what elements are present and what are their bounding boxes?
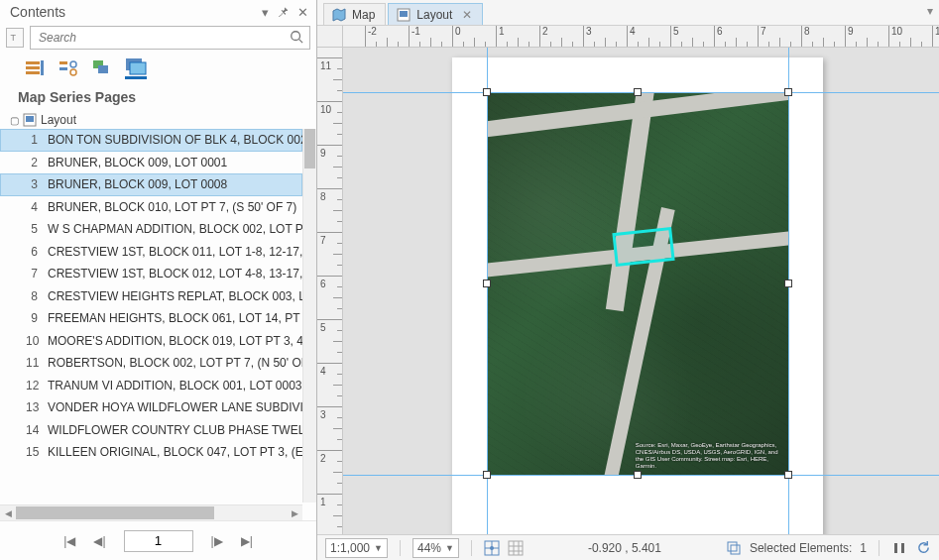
- next-page-button[interactable]: |▶: [211, 534, 223, 548]
- svg-point-10: [70, 69, 76, 75]
- map-series-pager: |◀ ◀| |▶ ▶|: [0, 520, 316, 560]
- selection-handle[interactable]: [634, 88, 642, 96]
- page-name: ROBERTSON, BLOCK 002, LOT PT 7, (N 50' O…: [48, 356, 302, 370]
- close-panel-button[interactable]: ✕: [297, 5, 308, 20]
- search-mode-button[interactable]: T: [6, 28, 24, 48]
- panel-title: Contents: [10, 4, 65, 20]
- page-name: CRESTVIEW 1ST, BLOCK 012, LOT 4-8, 13-17…: [48, 267, 302, 280]
- page-number: 14: [26, 423, 48, 437]
- tab-layout[interactable]: Layout ✕: [388, 3, 483, 25]
- expander-icon[interactable]: ▢︎: [10, 115, 19, 126]
- page-name: BRUNER, BLOCK 010, LOT PT 7, (S 50' OF 7…: [48, 200, 302, 214]
- svg-rect-4: [26, 66, 40, 69]
- scroll-right-icon[interactable]: ▶: [287, 505, 302, 520]
- page-name: TRANUM VI ADDITION, BLOCK 001, LOT 0003,…: [48, 379, 302, 392]
- scale-combo[interactable]: 1:1,000 ▼: [325, 538, 388, 558]
- page-number: 1: [26, 133, 48, 147]
- page-name: BRUNER, BLOCK 009, LOT 0008: [48, 177, 302, 191]
- map-series-page-row[interactable]: 1BON TON SUBDIVISION OF BLK 4, BLOCK 002…: [0, 129, 302, 152]
- selected-elements-count: 1: [860, 541, 867, 555]
- page-number: 9: [26, 311, 48, 325]
- page-number: 13: [26, 400, 48, 414]
- horizontal-ruler[interactable]: -2-101234567891011: [343, 26, 939, 48]
- map-series-page-row[interactable]: 9FREEMAN HEIGHTS, BLOCK 061, LOT 14, PT …: [0, 307, 302, 330]
- map-series-page-row[interactable]: 4BRUNER, BLOCK 010, LOT PT 7, (S 50' OF …: [0, 196, 302, 219]
- status-bar: 1:1,000 ▼ 44% ▼ -0.920 , 5.401 Selected …: [317, 534, 939, 560]
- map-series-page-row[interactable]: 3BRUNER, BLOCK 009, LOT 0008: [0, 173, 302, 196]
- map-series-page-row[interactable]: 10MOORE'S ADDITION, BLOCK 019, LOT PT 3,…: [0, 330, 302, 353]
- layout-canvas[interactable]: Source: Esri, Maxar, GeoEye, Earthstar G…: [343, 48, 939, 534]
- page-name: CRESTVIEW 1ST, BLOCK 011, LOT 1-8, 12-17…: [48, 245, 302, 259]
- prev-page-button[interactable]: ◀|: [93, 534, 105, 548]
- svg-rect-12: [98, 65, 108, 73]
- list-by-drawing-order-icon[interactable]: [24, 57, 46, 79]
- map-frame[interactable]: Source: Esri, Maxar, GeoEye, Earthstar G…: [487, 92, 788, 474]
- page-name: MOORE'S ADDITION, BLOCK 019, LOT PT 3, 4…: [48, 334, 302, 348]
- map-series-page-row[interactable]: 15KILLEEN ORIGINAL, BLOCK 047, LOT PT 3,…: [0, 441, 302, 464]
- map-series-page-row[interactable]: 12TRANUM VI ADDITION, BLOCK 001, LOT 000…: [0, 375, 302, 397]
- svg-marker-17: [333, 9, 345, 21]
- page-number: 3: [26, 177, 48, 191]
- guide-line[interactable]: [788, 48, 789, 534]
- selection-handle[interactable]: [784, 88, 792, 96]
- vertical-ruler[interactable]: 01234567891011: [317, 48, 343, 534]
- chevron-down-icon: ▼: [374, 543, 383, 553]
- map-series-page-row[interactable]: 5W S CHAPMAN ADDITION, BLOCK 002, LOT PT: [0, 218, 302, 241]
- pin-icon[interactable]: 📌︎: [277, 5, 290, 20]
- page-name: BRUNER, BLOCK 009, LOT 0001: [48, 156, 302, 169]
- pause-drawing-icon[interactable]: [891, 540, 907, 556]
- last-page-button[interactable]: ▶|: [241, 534, 253, 548]
- vertical-scrollbar[interactable]: [302, 129, 316, 503]
- horizontal-scrollbar[interactable]: ◀ ▶: [0, 504, 302, 520]
- scroll-left-icon[interactable]: ◀: [0, 505, 16, 520]
- map-series-pages-list[interactable]: 1BON TON SUBDIVISION OF BLK 4, BLOCK 002…: [0, 129, 302, 520]
- page-number-input[interactable]: [124, 530, 193, 552]
- close-tab-icon[interactable]: ✕: [462, 8, 472, 22]
- selection-handle[interactable]: [634, 471, 642, 479]
- snap-grid-off-icon[interactable]: [508, 540, 524, 556]
- selection-handle[interactable]: [483, 471, 491, 479]
- page-name: CRESTVIEW HEIGHTS REPLAT, BLOCK 003, LOT…: [48, 289, 302, 303]
- map-series-page-row[interactable]: 2BRUNER, BLOCK 009, LOT 0001: [0, 152, 302, 174]
- layout-node-label: Layout: [41, 113, 76, 127]
- map-series-page-row[interactable]: 11ROBERTSON, BLOCK 002, LOT PT 7, (N 50'…: [0, 352, 302, 375]
- page-number: 15: [26, 445, 48, 459]
- panel-menu-button[interactable]: ▾: [262, 5, 269, 20]
- map-series-page-row[interactable]: 13VONDER HOYA WILDFLOWER LANE SUBDIVISIO: [0, 396, 302, 419]
- selection-handle[interactable]: [784, 471, 792, 479]
- view-tabs: Map Layout ✕ ▾: [317, 0, 939, 26]
- layout-icon: [23, 113, 37, 127]
- layout-tree-node[interactable]: ▢︎ Layout: [4, 111, 316, 129]
- page-name: WILDFLOWER COUNTRY CLUB PHASE TWELVE,: [48, 423, 302, 437]
- zoom-value: 44%: [417, 541, 441, 555]
- guide-line[interactable]: [487, 48, 488, 534]
- snap-grid-on-icon[interactable]: [484, 540, 500, 556]
- cursor-coordinates: -0.920 , 5.401: [531, 541, 718, 555]
- search-input[interactable]: [37, 30, 290, 46]
- map-series-page-row[interactable]: 14WILDFLOWER COUNTRY CLUB PHASE TWELVE,: [0, 419, 302, 442]
- page-name: BON TON SUBDIVISION OF BLK 4, BLOCK 002,…: [48, 133, 302, 147]
- svg-point-9: [70, 61, 76, 67]
- page-name: KILLEEN ORIGINAL, BLOCK 047, LOT PT 3, (…: [48, 445, 302, 459]
- tab-map[interactable]: Map: [323, 3, 386, 25]
- map-series-page-row[interactable]: 7CRESTVIEW 1ST, BLOCK 012, LOT 4-8, 13-1…: [0, 263, 302, 285]
- map-series-page-row[interactable]: 6CRESTVIEW 1ST, BLOCK 011, LOT 1-8, 12-1…: [0, 241, 302, 264]
- horizontal-scroll-thumb[interactable]: [16, 506, 214, 519]
- refresh-icon[interactable]: [915, 540, 931, 556]
- svg-rect-7: [59, 61, 67, 64]
- list-by-data-source-icon[interactable]: [58, 57, 79, 79]
- zoom-combo[interactable]: 44% ▼: [412, 538, 459, 558]
- search-icon[interactable]: [290, 30, 303, 47]
- tab-overflow-button[interactable]: ▾: [927, 4, 933, 18]
- selection-handle[interactable]: [483, 280, 491, 287]
- map-series-page-row[interactable]: 8CRESTVIEW HEIGHTS REPLAT, BLOCK 003, LO…: [0, 285, 302, 308]
- vertical-scroll-thumb[interactable]: [304, 129, 315, 168]
- selection-handle[interactable]: [483, 88, 491, 96]
- selection-handle[interactable]: [784, 280, 792, 287]
- search-box[interactable]: [30, 26, 310, 50]
- list-map-series-pages-icon[interactable]: [125, 57, 147, 79]
- first-page-button[interactable]: |◀: [63, 534, 75, 548]
- list-by-element-type-icon[interactable]: [91, 57, 113, 79]
- svg-rect-24: [509, 541, 523, 555]
- page-number: 5: [26, 222, 48, 236]
